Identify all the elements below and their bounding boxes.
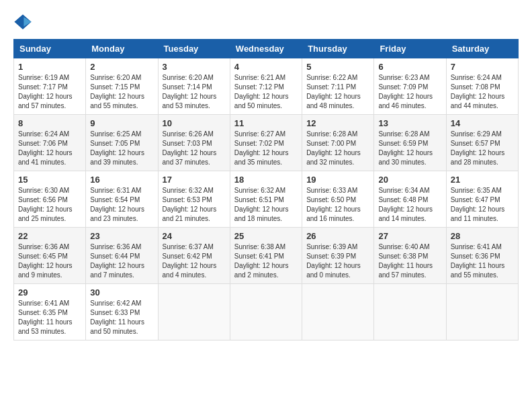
calendar-cell: 4Sunrise: 6:21 AM Sunset: 7:12 PM Daylig… [230, 58, 302, 115]
day-number: 11 [234, 118, 298, 128]
day-number: 9 [90, 118, 153, 128]
day-info: Sunrise: 6:25 AM Sunset: 7:05 PM Dayligh… [90, 130, 153, 167]
day-info: Sunrise: 6:23 AM Sunset: 7:09 PM Dayligh… [378, 73, 441, 111]
day-info: Sunrise: 6:33 AM Sunset: 6:50 PM Dayligh… [306, 186, 369, 224]
day-number: 22 [18, 231, 81, 241]
day-number: 7 [451, 62, 514, 72]
calendar-cell: 13Sunrise: 6:28 AM Sunset: 6:59 PM Dayli… [374, 115, 446, 171]
day-info: Sunrise: 6:22 AM Sunset: 7:11 PM Dayligh… [306, 73, 369, 111]
calendar-cell: 29Sunrise: 6:41 AM Sunset: 6:35 PM Dayli… [14, 284, 86, 340]
day-info: Sunrise: 6:32 AM Sunset: 6:53 PM Dayligh… [163, 186, 226, 224]
day-info: Sunrise: 6:21 AM Sunset: 7:12 PM Dayligh… [234, 73, 298, 111]
calendar-cell: 2Sunrise: 6:20 AM Sunset: 7:15 PM Daylig… [86, 58, 158, 115]
day-number: 25 [234, 231, 298, 241]
day-number: 23 [90, 231, 153, 241]
day-number: 3 [163, 62, 226, 72]
day-info: Sunrise: 6:32 AM Sunset: 6:51 PM Dayligh… [234, 186, 298, 224]
calendar-cell: 26Sunrise: 6:39 AM Sunset: 6:39 PM Dayli… [302, 228, 374, 284]
day-number: 1 [18, 62, 81, 72]
day-info: Sunrise: 6:41 AM Sunset: 6:36 PM Dayligh… [451, 242, 514, 280]
calendar-cell: 12Sunrise: 6:28 AM Sunset: 7:00 PM Dayli… [302, 115, 374, 171]
day-info: Sunrise: 6:35 AM Sunset: 6:47 PM Dayligh… [451, 186, 514, 224]
day-info: Sunrise: 6:20 AM Sunset: 7:14 PM Dayligh… [163, 73, 226, 111]
calendar-week-row: 1Sunrise: 6:19 AM Sunset: 7:17 PM Daylig… [14, 58, 519, 115]
calendar-header-row: SundayMondayTuesdayWednesdayThursdayFrid… [14, 40, 519, 58]
logo [13, 13, 34, 32]
day-info: Sunrise: 6:36 AM Sunset: 6:45 PM Dayligh… [18, 242, 81, 280]
calendar-table: SundayMondayTuesdayWednesdayThursdayFrid… [13, 39, 519, 340]
calendar-cell: 24Sunrise: 6:37 AM Sunset: 6:42 PM Dayli… [158, 228, 230, 284]
day-number: 17 [163, 175, 226, 185]
calendar-cell: 28Sunrise: 6:41 AM Sunset: 6:36 PM Dayli… [446, 228, 518, 284]
day-info: Sunrise: 6:30 AM Sunset: 6:56 PM Dayligh… [18, 186, 81, 224]
calendar-cell [374, 284, 446, 340]
calendar-cell: 25Sunrise: 6:38 AM Sunset: 6:41 PM Dayli… [230, 228, 302, 284]
day-info: Sunrise: 6:28 AM Sunset: 7:00 PM Dayligh… [306, 130, 369, 167]
calendar-cell: 23Sunrise: 6:36 AM Sunset: 6:44 PM Dayli… [86, 228, 158, 284]
calendar-cell: 19Sunrise: 6:33 AM Sunset: 6:50 PM Dayli… [302, 171, 374, 228]
day-info: Sunrise: 6:39 AM Sunset: 6:39 PM Dayligh… [306, 242, 369, 280]
day-number: 30 [90, 287, 153, 298]
calendar-cell: 30Sunrise: 6:42 AM Sunset: 6:33 PM Dayli… [86, 284, 158, 340]
day-number: 28 [451, 231, 514, 241]
calendar-cell: 7Sunrise: 6:24 AM Sunset: 7:08 PM Daylig… [446, 58, 518, 115]
day-number: 26 [306, 231, 369, 241]
day-number: 4 [234, 62, 298, 72]
calendar-cell [230, 284, 302, 340]
day-number: 12 [306, 118, 369, 128]
calendar-cell: 1Sunrise: 6:19 AM Sunset: 7:17 PM Daylig… [14, 58, 86, 115]
calendar-cell [302, 284, 374, 340]
day-info: Sunrise: 6:40 AM Sunset: 6:38 PM Dayligh… [378, 242, 441, 280]
logo-icon [13, 13, 32, 32]
day-info: Sunrise: 6:31 AM Sunset: 6:54 PM Dayligh… [90, 186, 153, 224]
day-info: Sunrise: 6:36 AM Sunset: 6:44 PM Dayligh… [90, 242, 153, 280]
day-number: 21 [451, 175, 514, 185]
day-number: 15 [18, 175, 81, 185]
calendar-week-row: 29Sunrise: 6:41 AM Sunset: 6:35 PM Dayli… [14, 284, 519, 340]
calendar-cell [158, 284, 230, 340]
day-of-week-header: Thursday [302, 40, 374, 58]
day-number: 10 [163, 118, 226, 128]
day-of-week-header: Monday [86, 40, 158, 58]
day-info: Sunrise: 6:19 AM Sunset: 7:17 PM Dayligh… [18, 73, 81, 111]
day-number: 19 [306, 175, 369, 185]
day-number: 13 [378, 118, 441, 128]
day-number: 18 [234, 175, 298, 185]
calendar-cell: 15Sunrise: 6:30 AM Sunset: 6:56 PM Dayli… [14, 171, 86, 228]
day-number: 14 [451, 118, 514, 128]
calendar-cell: 10Sunrise: 6:26 AM Sunset: 7:03 PM Dayli… [158, 115, 230, 171]
day-info: Sunrise: 6:20 AM Sunset: 7:15 PM Dayligh… [90, 73, 153, 111]
calendar-cell: 9Sunrise: 6:25 AM Sunset: 7:05 PM Daylig… [86, 115, 158, 171]
day-number: 5 [306, 62, 369, 72]
calendar-cell: 8Sunrise: 6:24 AM Sunset: 7:06 PM Daylig… [14, 115, 86, 171]
calendar-cell: 11Sunrise: 6:27 AM Sunset: 7:02 PM Dayli… [230, 115, 302, 171]
day-number: 27 [378, 231, 441, 241]
day-number: 8 [18, 118, 81, 128]
day-number: 16 [90, 175, 153, 185]
calendar-cell: 5Sunrise: 6:22 AM Sunset: 7:11 PM Daylig… [302, 58, 374, 115]
day-number: 29 [18, 287, 81, 298]
calendar-week-row: 8Sunrise: 6:24 AM Sunset: 7:06 PM Daylig… [14, 115, 519, 171]
day-info: Sunrise: 6:34 AM Sunset: 6:48 PM Dayligh… [378, 186, 441, 224]
day-info: Sunrise: 6:29 AM Sunset: 6:57 PM Dayligh… [451, 130, 514, 167]
day-of-week-header: Saturday [446, 40, 518, 58]
day-number: 24 [163, 231, 226, 241]
calendar-cell: 18Sunrise: 6:32 AM Sunset: 6:51 PM Dayli… [230, 171, 302, 228]
calendar-cell: 14Sunrise: 6:29 AM Sunset: 6:57 PM Dayli… [446, 115, 518, 171]
day-of-week-header: Sunday [14, 40, 86, 58]
calendar-cell: 3Sunrise: 6:20 AM Sunset: 7:14 PM Daylig… [158, 58, 230, 115]
day-info: Sunrise: 6:41 AM Sunset: 6:35 PM Dayligh… [18, 299, 81, 336]
day-number: 2 [90, 62, 153, 72]
calendar-cell [446, 284, 518, 340]
day-of-week-header: Tuesday [158, 40, 230, 58]
page-header [13, 13, 519, 32]
day-info: Sunrise: 6:24 AM Sunset: 7:06 PM Dayligh… [18, 130, 81, 167]
day-info: Sunrise: 6:38 AM Sunset: 6:41 PM Dayligh… [234, 242, 298, 280]
calendar-cell: 16Sunrise: 6:31 AM Sunset: 6:54 PM Dayli… [86, 171, 158, 228]
calendar-cell: 6Sunrise: 6:23 AM Sunset: 7:09 PM Daylig… [374, 58, 446, 115]
calendar-cell: 22Sunrise: 6:36 AM Sunset: 6:45 PM Dayli… [14, 228, 86, 284]
calendar-week-row: 22Sunrise: 6:36 AM Sunset: 6:45 PM Dayli… [14, 228, 519, 284]
day-number: 6 [378, 62, 441, 72]
day-info: Sunrise: 6:42 AM Sunset: 6:33 PM Dayligh… [90, 299, 153, 336]
calendar-cell: 20Sunrise: 6:34 AM Sunset: 6:48 PM Dayli… [374, 171, 446, 228]
